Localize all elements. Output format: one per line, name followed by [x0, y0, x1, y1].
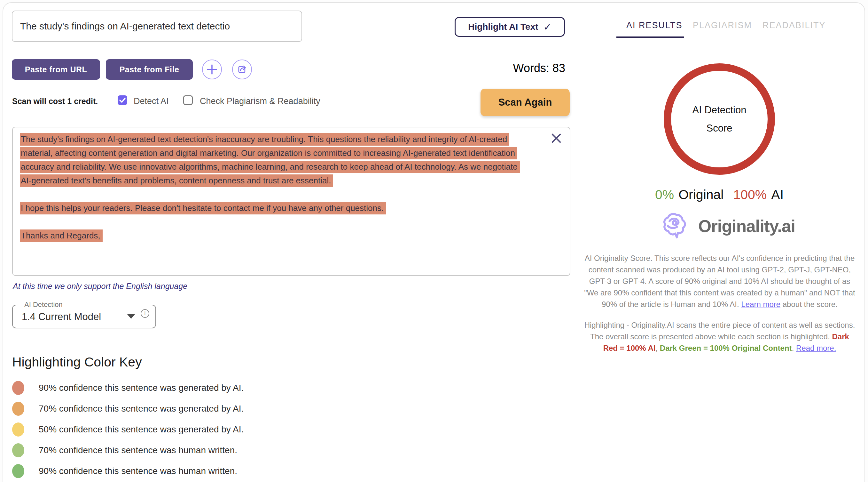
ai-label: AI: [771, 187, 784, 202]
export-icon: [236, 63, 248, 76]
editor-line: [20, 188, 563, 201]
language-support-note: At this time we only support the English…: [13, 282, 187, 291]
chevron-down-icon[interactable]: [127, 314, 135, 319]
originality-wordmark: Originality.ai: [698, 216, 795, 236]
color-key-title: Highlighting Color Key: [12, 355, 142, 370]
score-ring-line1: AI Detection: [692, 101, 746, 119]
text-segment: Dark Green = 100% Original Content: [660, 344, 792, 352]
plus-icon: [206, 64, 218, 75]
color-key-dot: [12, 443, 24, 457]
color-key-text: 70% confidence this sentence was human w…: [39, 445, 237, 455]
color-key-dot: [12, 402, 24, 416]
ai-highlight: I hope this helps your readers. Please d…: [20, 202, 386, 215]
original-percentage: 0%: [655, 187, 674, 202]
highlight-ai-text-button[interactable]: Highlight AI Text ✓: [455, 17, 565, 37]
active-tab-indicator: [616, 36, 684, 38]
ai-model-select-value: 1.4 Current Model: [22, 311, 101, 322]
ai-highlight: material, affecting content generation a…: [20, 147, 517, 160]
editor-line: AI-generated text's benefits and problem…: [20, 174, 563, 188]
color-key-dot: [12, 423, 24, 436]
tab-ai-results[interactable]: AI RESULTS: [626, 21, 683, 30]
editor-line: accuracy and reliability. We use innovat…: [20, 160, 563, 174]
paste-from-url-button[interactable]: Paste from URL: [12, 59, 100, 80]
ai-highlight: AI-generated text's benefits and problem…: [20, 174, 333, 187]
color-key-item: 70% confidence this sentence was human w…: [12, 443, 244, 457]
editor-line: material, affecting content generation a…: [20, 146, 563, 160]
tab-plagiarism[interactable]: PLAGIARISM: [693, 21, 752, 30]
editor-line: [20, 215, 563, 229]
ai-model-select[interactable]: AI Detection 1.4 Current Model i: [12, 305, 156, 329]
originality-logo: Originality.ai: [661, 211, 795, 241]
color-key-dot: [12, 381, 24, 395]
color-key-text: 50% confidence this sentence was generat…: [39, 424, 244, 435]
score-ring-line2: Score: [707, 119, 733, 137]
color-key-item: 70% confidence this sentence was generat…: [12, 402, 244, 416]
highlighting-description: Highlighting - Originality.AI scans the …: [584, 319, 856, 354]
original-label: Original: [678, 187, 723, 202]
scan-again-button[interactable]: Scan Again: [480, 89, 570, 116]
check-icon: [118, 95, 127, 105]
ai-highlight: accuracy and reliability. We use innovat…: [20, 161, 520, 173]
document-title-input[interactable]: [12, 10, 302, 42]
plagiarism-readability-label: Check Plagiarism & Readability: [200, 96, 320, 106]
text-segment: Highlighting - Originality.AI scans the …: [584, 321, 855, 341]
check-icon: ✓: [544, 22, 552, 33]
tab-readability[interactable]: READABILITY: [763, 21, 826, 30]
add-document-button[interactable]: [202, 59, 222, 79]
ai-percentage: 100%: [733, 187, 767, 202]
brain-logo-icon: [661, 211, 691, 241]
color-key-text: 90% confidence this sentence was human w…: [39, 466, 237, 476]
text-segment: about the score.: [780, 300, 838, 309]
color-key-list: 90% confidence this sentence was generat…: [12, 381, 244, 482]
ai-highlight: Thanks and Regards,: [20, 229, 103, 242]
detect-ai-checkbox[interactable]: [118, 95, 127, 105]
learn-more-link[interactable]: Learn more: [741, 300, 780, 309]
score-summary: 0%Original100%AI: [588, 187, 850, 202]
highlight-ai-text-label: Highlight AI Text: [468, 22, 538, 32]
text-segment: .: [792, 344, 796, 352]
info-icon[interactable]: i: [141, 309, 149, 318]
export-button[interactable]: [232, 59, 252, 79]
color-key-dot: [12, 464, 24, 478]
editor-line: Thanks and Regards,: [20, 229, 563, 243]
paste-from-file-button[interactable]: Paste from File: [106, 59, 193, 80]
ai-highlight: The study's findings on AI-generated tex…: [20, 133, 509, 146]
editor-line: The study's findings on AI-generated tex…: [20, 133, 563, 146]
color-key-text: 70% confidence this sentence was generat…: [39, 404, 244, 414]
ai-model-select-label: AI Detection: [21, 301, 66, 309]
word-count: Words: 83: [479, 61, 565, 75]
color-key-item: 90% confidence this sentence was human w…: [12, 464, 244, 478]
editor-line: I hope this helps your readers. Please d…: [20, 201, 563, 215]
close-icon[interactable]: [550, 132, 563, 145]
plagiarism-readability-checkbox[interactable]: [183, 95, 193, 105]
content-editor[interactable]: The study's findings on AI-generated tex…: [12, 127, 570, 276]
read-more-link[interactable]: Read more.: [796, 344, 836, 352]
ai-detection-score-ring: AI Detection Score: [664, 63, 775, 175]
scan-cost-note: Scan will cost 1 credit.: [12, 97, 98, 106]
color-key-text: 90% confidence this sentence was generat…: [39, 383, 244, 393]
color-key-item: 50% confidence this sentence was generat…: [12, 423, 244, 436]
text-segment: ,: [655, 344, 659, 352]
originality-ai-app: Paste from URL Paste from File Scan will…: [0, 0, 868, 482]
detect-ai-label: Detect AI: [134, 96, 169, 106]
color-key-item: 90% confidence this sentence was generat…: [12, 381, 244, 395]
score-description: AI Originality Score. This score reflect…: [584, 253, 856, 310]
